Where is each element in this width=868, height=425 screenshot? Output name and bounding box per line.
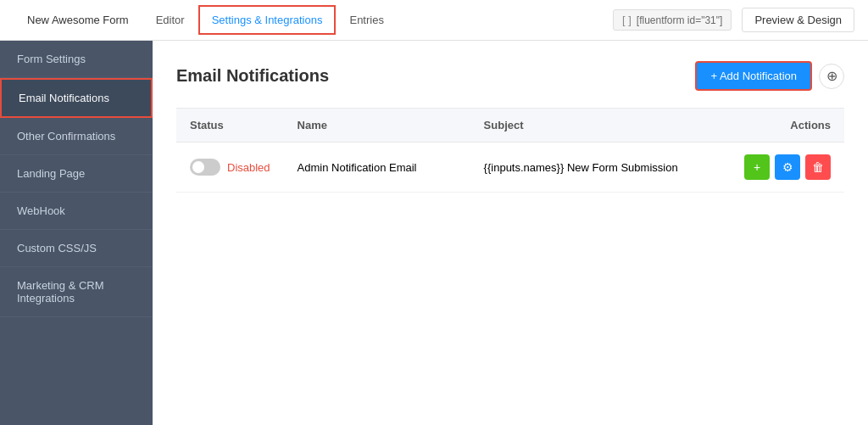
table-header-row: Status Name Subject Actions [176, 109, 844, 143]
action-buttons: + ⚙ 🗑 [744, 154, 831, 180]
sidebar: Form Settings Email Notifications Other … [0, 41, 153, 425]
status-toggle[interactable] [190, 159, 220, 176]
sidebar-item-landing-page[interactable]: Landing Page [0, 155, 153, 193]
table-row: Disabled Admin Notification Email {{inpu… [176, 143, 844, 193]
page-title: Email Notifications [176, 66, 329, 86]
form-name: New Awesome Form [14, 2, 142, 38]
nav-left: New Awesome Form Editor Settings & Integ… [14, 2, 613, 38]
status-label: Disabled [227, 161, 270, 174]
toggle-slider [190, 159, 220, 176]
row-name-cell: Admin Notification Email [284, 143, 470, 193]
duplicate-button[interactable]: + [744, 154, 770, 180]
col-header-status: Status [176, 109, 284, 143]
shortcode-icon: [ ] [622, 14, 632, 26]
shortcode-badge[interactable]: [ ] [fluentform id="31"] [613, 9, 732, 31]
plus-icon: + [754, 160, 760, 174]
main-layout: Form Settings Email Notifications Other … [0, 41, 868, 425]
sidebar-item-email-notifications[interactable]: Email Notifications [0, 78, 153, 118]
sidebar-item-other-confirmations[interactable]: Other Confirmations [0, 118, 153, 155]
row-actions-cell: + ⚙ 🗑 [731, 143, 844, 193]
nav-item-settings[interactable]: Settings & Integrations [198, 5, 337, 35]
col-header-subject: Subject [470, 109, 731, 143]
circle-plus-icon: ⊕ [826, 68, 837, 84]
settings-button[interactable]: ⚙ [775, 154, 800, 180]
page-header: Email Notifications + Add Notification ⊕ [176, 61, 844, 91]
gear-icon: ⚙ [782, 160, 793, 174]
trash-icon: 🗑 [812, 160, 824, 174]
row-status-cell: Disabled [176, 143, 284, 193]
nav-item-entries[interactable]: Entries [336, 2, 397, 38]
sidebar-item-webhook[interactable]: WebHook [0, 193, 153, 230]
top-navigation: New Awesome Form Editor Settings & Integ… [0, 0, 868, 41]
table-header: Status Name Subject Actions [176, 109, 844, 143]
circle-plus-button[interactable]: ⊕ [819, 64, 844, 89]
nav-right: [ ] [fluentform id="31"] Preview & Desig… [613, 8, 854, 32]
sidebar-item-marketing-crm[interactable]: Marketing & CRM Integrations [0, 267, 153, 317]
add-notification-button[interactable]: + Add Notification [695, 61, 812, 91]
nav-item-editor[interactable]: Editor [142, 2, 198, 38]
delete-button[interactable]: 🗑 [805, 154, 831, 180]
sidebar-item-custom-css-js[interactable]: Custom CSS/JS [0, 230, 153, 267]
preview-design-button[interactable]: Preview & Design [742, 8, 854, 32]
col-header-actions: Actions [731, 109, 844, 143]
main-content: Email Notifications + Add Notification ⊕… [153, 41, 868, 425]
row-subject-cell: {{inputs.names}} New Form Submission [470, 143, 731, 193]
notifications-table: Status Name Subject Actions Disabled [176, 108, 844, 193]
table-body: Disabled Admin Notification Email {{inpu… [176, 143, 844, 193]
shortcode-text: [fluentform id="31"] [637, 14, 723, 26]
sidebar-item-form-settings[interactable]: Form Settings [0, 41, 153, 78]
header-actions: + Add Notification ⊕ [695, 61, 844, 91]
col-header-name: Name [284, 109, 470, 143]
